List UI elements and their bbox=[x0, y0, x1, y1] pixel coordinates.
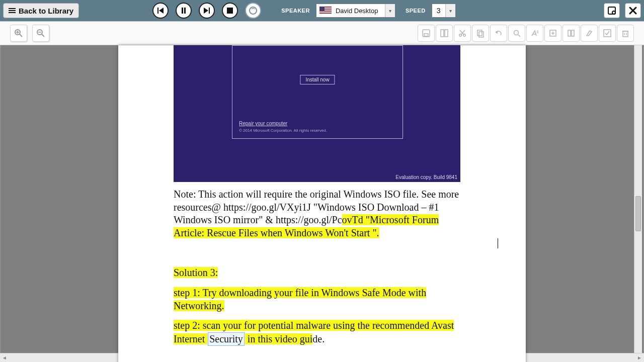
speaker-select[interactable]: David Desktop ▾ bbox=[316, 4, 395, 18]
zoom-in-button[interactable] bbox=[10, 25, 27, 42]
zoom-out-button[interactable] bbox=[32, 25, 49, 42]
step2-paragraph: step 2: scan your for potential malware … bbox=[174, 319, 470, 346]
current-speaking-word: Security bbox=[208, 332, 245, 346]
step2-text-b-plain: de. bbox=[312, 333, 325, 344]
note-paragraph: Note: This action will require the origi… bbox=[174, 188, 470, 239]
svg-rect-0 bbox=[157, 8, 158, 14]
save-doc-button[interactable] bbox=[418, 25, 435, 42]
vertical-scrollbar[interactable] bbox=[634, 45, 642, 353]
eval-text: Evaluation copy. Build 9841 bbox=[395, 174, 457, 180]
audio-button[interactable] bbox=[245, 3, 261, 19]
svg-rect-36 bbox=[572, 30, 574, 36]
chevron-down-icon[interactable]: ▾ bbox=[445, 4, 455, 17]
speaker-name: David Desktop bbox=[335, 7, 385, 15]
svg-rect-38 bbox=[604, 30, 611, 37]
open-doc-button[interactable] bbox=[436, 25, 453, 42]
document-body[interactable]: Note: This action will require the origi… bbox=[174, 188, 470, 346]
edit-toolbar bbox=[0, 21, 644, 45]
playback-bar: Back to Library SPEAKER David Desktop ▾ … bbox=[0, 0, 644, 21]
svg-marker-4 bbox=[204, 8, 208, 14]
svg-line-15 bbox=[42, 34, 44, 37]
step2-text-b-hl: in this video gui bbox=[245, 333, 312, 344]
copyright-text: © 2014 Microsoft Corporation. All rights… bbox=[239, 128, 327, 133]
svg-point-9 bbox=[612, 11, 615, 14]
step1-paragraph: step 1: Try downloading your file in Win… bbox=[174, 287, 470, 312]
delete-button[interactable] bbox=[617, 25, 634, 42]
svg-rect-18 bbox=[424, 34, 428, 36]
svg-rect-6 bbox=[227, 8, 233, 14]
embedded-screenshot: Install now Repair your computer © 2014 … bbox=[174, 45, 460, 182]
document-page: Install now Repair your computer © 2014 … bbox=[118, 45, 526, 362]
scroll-thumb[interactable] bbox=[635, 196, 641, 231]
flag-us-icon bbox=[319, 7, 332, 15]
back-to-library-button[interactable]: Back to Library bbox=[3, 3, 79, 18]
svg-rect-20 bbox=[445, 30, 448, 37]
chevron-down-icon[interactable]: ▾ bbox=[385, 4, 395, 17]
next-button[interactable] bbox=[199, 3, 215, 19]
svg-rect-3 bbox=[184, 8, 186, 14]
check-button[interactable] bbox=[599, 25, 616, 42]
svg-point-28 bbox=[514, 31, 519, 35]
pronounce-button[interactable] bbox=[526, 25, 543, 42]
document-viewport: Install now Repair your computer © 2014 … bbox=[0, 45, 644, 353]
svg-rect-35 bbox=[568, 30, 571, 36]
find-button[interactable] bbox=[508, 25, 525, 42]
svg-line-29 bbox=[518, 35, 520, 37]
svg-rect-8 bbox=[608, 7, 615, 14]
svg-line-11 bbox=[20, 34, 22, 37]
speed-select[interactable]: 3 ▾ bbox=[432, 4, 456, 18]
svg-rect-19 bbox=[441, 30, 444, 37]
stop-button[interactable] bbox=[222, 3, 238, 19]
undo-button[interactable] bbox=[490, 25, 507, 42]
save-button[interactable] bbox=[604, 3, 620, 18]
speed-value: 3 bbox=[432, 7, 445, 15]
svg-rect-17 bbox=[423, 30, 430, 37]
highlight-button[interactable] bbox=[581, 25, 598, 42]
insert-button[interactable] bbox=[544, 25, 561, 42]
scroll-right-icon[interactable]: ► bbox=[637, 355, 642, 360]
text-caret bbox=[498, 238, 498, 248]
svg-marker-27 bbox=[495, 31, 498, 34]
pause-button[interactable] bbox=[176, 3, 192, 19]
repair-link: Repair your computer bbox=[239, 121, 287, 126]
speed-label: SPEED bbox=[406, 8, 426, 14]
svg-rect-25 bbox=[477, 30, 482, 36]
solution3-text: Solution 3: bbox=[174, 267, 218, 278]
tools-button[interactable] bbox=[625, 3, 641, 18]
svg-marker-37 bbox=[587, 31, 592, 36]
scroll-left-icon[interactable]: ◄ bbox=[2, 355, 7, 360]
back-label: Back to Library bbox=[19, 7, 73, 15]
step1-text: step 1: Try downloading your file in Win… bbox=[174, 287, 426, 311]
svg-rect-39 bbox=[623, 31, 628, 37]
layout-button[interactable] bbox=[562, 25, 580, 42]
previous-button[interactable] bbox=[152, 3, 169, 19]
cut-button[interactable] bbox=[454, 25, 471, 42]
svg-rect-26 bbox=[479, 32, 484, 37]
copy-button[interactable] bbox=[472, 25, 489, 42]
svg-rect-2 bbox=[182, 8, 183, 14]
svg-rect-5 bbox=[209, 8, 210, 14]
menu-icon bbox=[9, 8, 16, 13]
solution3-heading: Solution 3: bbox=[174, 266, 470, 280]
svg-marker-1 bbox=[159, 8, 164, 14]
install-now-button: Install now bbox=[300, 75, 335, 84]
speaker-label: SPEAKER bbox=[281, 8, 310, 14]
